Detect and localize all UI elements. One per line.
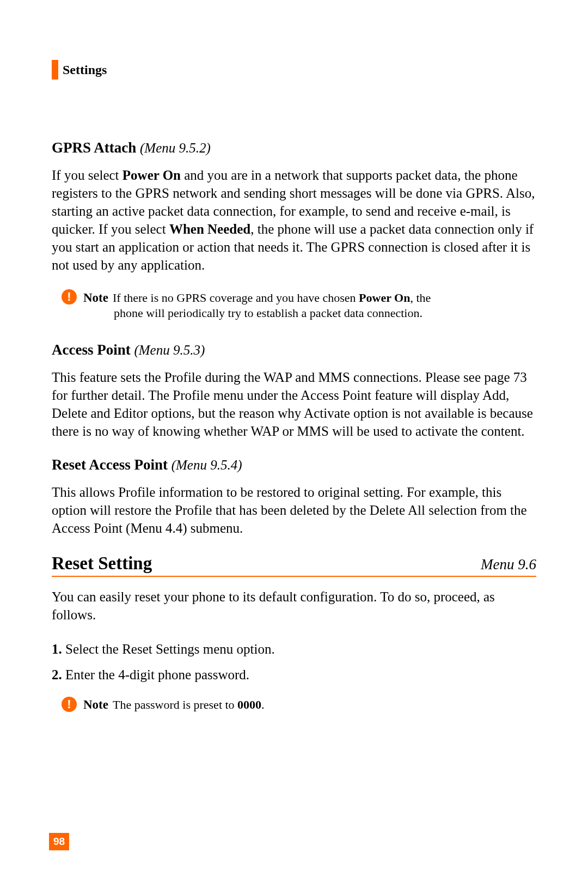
- header-accent-bar: [52, 60, 58, 80]
- note-block-gprs: ! Note If there is no GPRS coverage and …: [62, 290, 536, 321]
- menu-ref: (Menu 9.5.2): [140, 141, 211, 155]
- list-item-1: 1. Select the Reset Settings menu option…: [52, 640, 536, 658]
- paragraph-gprs: If you select Power On and you are in a …: [52, 166, 536, 274]
- list-number: 1.: [52, 642, 62, 656]
- list-item-2: 2. Enter the 4-digit phone password.: [52, 666, 536, 684]
- major-menu-ref: Menu 9.6: [481, 556, 536, 573]
- paragraph-reset-setting: You can easily reset your phone to its d…: [52, 588, 536, 624]
- note-text-line2: phone will periodically try to establish…: [114, 306, 431, 321]
- section-gprs-attach: GPRS Attach (Menu 9.5.2) If you select P…: [52, 139, 536, 274]
- menu-ref: (Menu 9.5.3): [134, 343, 205, 357]
- major-heading: Reset Setting: [52, 553, 152, 574]
- alert-icon: !: [62, 697, 77, 712]
- note-label: Note: [83, 291, 108, 305]
- list-number: 2.: [52, 667, 62, 682]
- note-text: If there is no GPRS coverage and you hav…: [113, 290, 431, 306]
- list-text: Select the Reset Settings menu option.: [62, 642, 275, 656]
- list-text: Enter the 4-digit phone password.: [62, 667, 249, 682]
- section-reset-ap: Reset Access Point (Menu 9.5.4) This all…: [52, 456, 536, 537]
- note-block-password: ! Note The password is preset to 0000.: [62, 697, 536, 713]
- menu-ref: (Menu 9.5.4): [171, 458, 242, 472]
- heading-gprs-attach: GPRS Attach (Menu 9.5.2): [52, 139, 536, 156]
- page-number: 98: [49, 833, 69, 850]
- paragraph-reset-ap: This allows Profile information to be re…: [52, 483, 536, 537]
- heading-text: GPRS Attach: [52, 139, 136, 156]
- heading-text: Reset Access Point: [52, 456, 168, 473]
- heading-access-point: Access Point (Menu 9.5.3): [52, 342, 536, 358]
- header-title: Settings: [63, 63, 107, 77]
- major-heading-row: Reset Setting Menu 9.6: [52, 553, 536, 577]
- heading-reset-ap: Reset Access Point (Menu 9.5.4): [52, 456, 536, 473]
- section-access-point: Access Point (Menu 9.5.3) This feature s…: [52, 342, 536, 440]
- page-header: Settings: [52, 60, 536, 80]
- note-label: Note: [83, 698, 108, 712]
- note-text: The password is preset to 0000.: [113, 697, 265, 713]
- alert-icon: !: [62, 289, 77, 305]
- paragraph-access-point: This feature sets the Profile during the…: [52, 368, 536, 440]
- heading-text: Access Point: [52, 342, 131, 358]
